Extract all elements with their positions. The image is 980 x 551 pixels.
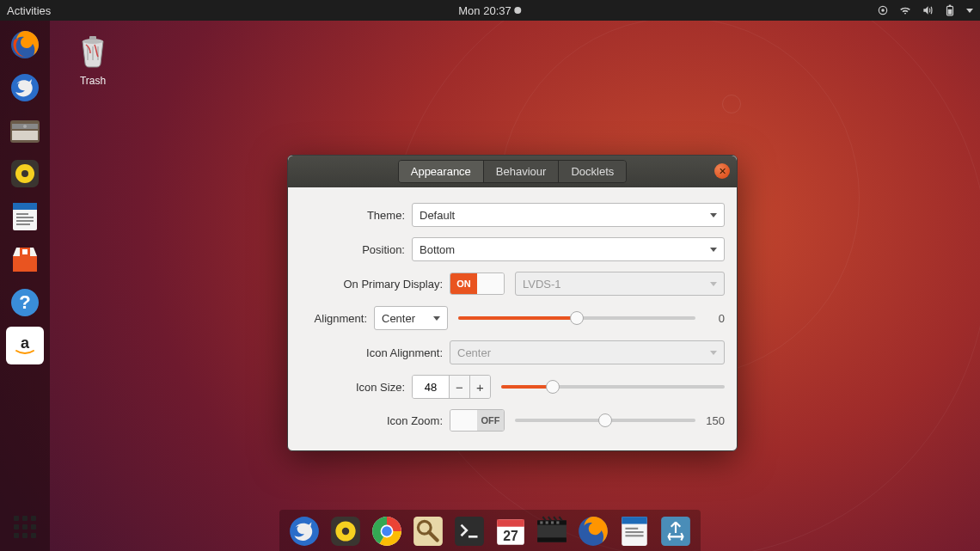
icon-size-minus[interactable]: − [449,376,469,398]
icon-zoom-slider[interactable] [515,419,695,422]
chevron-down-icon [710,213,717,217]
svg-rect-17 [16,217,34,218]
svg-point-29 [342,528,349,535]
theme-label: Theme: [300,209,412,222]
alignment-combo[interactable]: Center [374,306,448,330]
svg-rect-20 [22,249,28,254]
svg-rect-3 [948,9,952,15]
position-value: Bottom [420,243,455,256]
svg-point-13 [21,170,28,177]
svg-rect-36 [455,517,484,546]
icon-alignment-value: Center [457,346,491,359]
svg-rect-52 [625,531,643,533]
on-primary-label: On Primary Display: [300,278,450,291]
dock-calendar[interactable]: 27 [493,513,529,549]
launcher-firefox[interactable] [6,26,44,64]
dialog-titlebar[interactable]: Appearance Behaviour Docklets ✕ [288,156,737,187]
svg-text:?: ? [19,291,30,313]
dock-rhythmbox[interactable] [328,513,364,549]
launcher-thunderbird[interactable] [6,69,44,107]
position-combo[interactable]: Bottom [412,237,725,261]
dock-image-viewer[interactable] [410,513,446,549]
theme-combo[interactable]: Default [412,203,725,227]
position-label: Position: [300,243,412,256]
svg-rect-44 [540,521,542,523]
svg-rect-19 [16,223,30,225]
dock: 27 [279,510,701,551]
svg-rect-15 [13,203,37,210]
icon-size-slider[interactable] [501,385,725,389]
dialog-tabs: Appearance Behaviour Docklets [398,160,628,183]
clock[interactable]: Mon 20:37 [458,4,521,17]
icon-zoom-label: Icon Zoom: [300,414,450,427]
launcher-rhythmbox[interactable] [6,155,44,193]
icon-size-spinner[interactable]: − + [412,375,491,399]
launcher-software[interactable] [6,241,44,279]
icon-zoom-toggle[interactable]: OFF [450,409,505,432]
settings-icon [877,4,889,16]
theme-value: Default [420,209,455,222]
on-primary-toggle[interactable]: ON [450,272,505,295]
icon-size-label: Icon Size: [300,381,412,394]
tab-appearance[interactable]: Appearance [399,161,484,182]
svg-rect-50 [622,517,647,523]
icon-zoom-value: 150 [702,414,725,427]
trash-label: Trash [74,75,112,87]
launcher-amazon[interactable]: a [6,327,44,364]
activities-button[interactable]: Activities [7,4,51,17]
dock-firefox[interactable] [575,513,611,549]
close-button[interactable]: ✕ [714,163,730,179]
alignment-value: Center [382,312,415,325]
svg-rect-47 [556,521,559,523]
toggle-on-text: ON [450,273,477,294]
svg-rect-39 [497,519,524,526]
alignment-slider-value: 0 [702,312,725,325]
icon-size-input[interactable] [413,376,449,398]
show-apps-button[interactable] [9,511,40,542]
tab-docklets[interactable]: Docklets [559,161,626,182]
launcher-writer[interactable] [6,198,44,236]
icon-size-plus[interactable]: + [469,376,490,398]
chevron-down-icon [710,351,717,355]
alignment-label: Alignment: [300,312,374,325]
svg-rect-43 [537,537,567,542]
svg-point-10 [23,125,27,128]
dock-video[interactable] [534,513,570,549]
icon-alignment-label: Icon Alignment: [300,346,450,359]
wifi-icon [899,4,911,16]
toggle-off-text: OFF [477,410,504,431]
svg-rect-9 [12,131,38,140]
display-combo: LVDS-1 [515,272,725,296]
dock-terminal[interactable] [451,513,487,549]
chevron-down-icon [966,9,973,13]
launcher-files[interactable] [6,112,44,150]
battery-icon [944,4,956,16]
svg-rect-4 [949,5,951,7]
dock-chrome[interactable] [369,513,405,549]
status-area[interactable] [877,4,973,16]
display-value: LVDS-1 [523,278,561,291]
svg-rect-45 [546,521,548,523]
dock-thunderbird[interactable] [286,513,322,549]
dock-writer[interactable] [616,513,652,549]
dock-plank[interactable] [658,513,694,549]
svg-point-32 [382,526,392,536]
volume-icon [922,4,934,16]
svg-rect-51 [625,528,638,530]
svg-text:27: 27 [503,529,518,543]
launcher-help[interactable]: ? [6,284,44,321]
svg-point-1 [881,9,885,12]
chevron-down-icon [433,316,440,321]
svg-rect-18 [16,220,34,222]
svg-rect-16 [16,213,28,215]
chevron-down-icon [710,248,717,252]
chevron-down-icon [710,282,717,286]
clock-text: Mon 20:37 [458,4,511,17]
tab-behaviour[interactable]: Behaviour [484,161,560,182]
svg-text:a: a [21,334,30,352]
svg-rect-53 [625,535,643,536]
desktop-trash[interactable]: Trash [74,31,112,87]
svg-rect-46 [551,521,554,523]
alignment-slider[interactable] [458,316,695,320]
top-bar: Activities Mon 20:37 [0,0,980,21]
